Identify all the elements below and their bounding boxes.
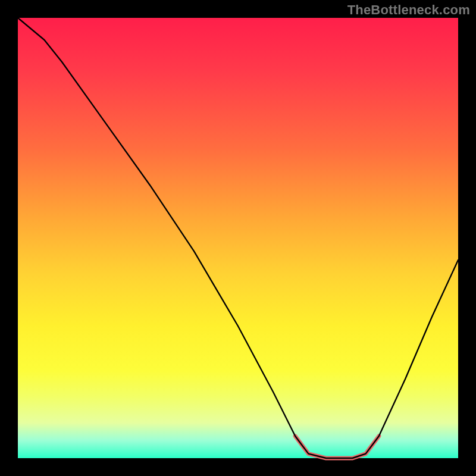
plot-area — [18, 18, 458, 458]
chart-container: TheBottleneck.com — [0, 0, 476, 476]
watermark-text: TheBottleneck.com — [347, 2, 470, 18]
chart-svg — [18, 18, 458, 458]
main-curve-path — [18, 18, 458, 458]
flat-highlight-path — [295, 436, 379, 458]
